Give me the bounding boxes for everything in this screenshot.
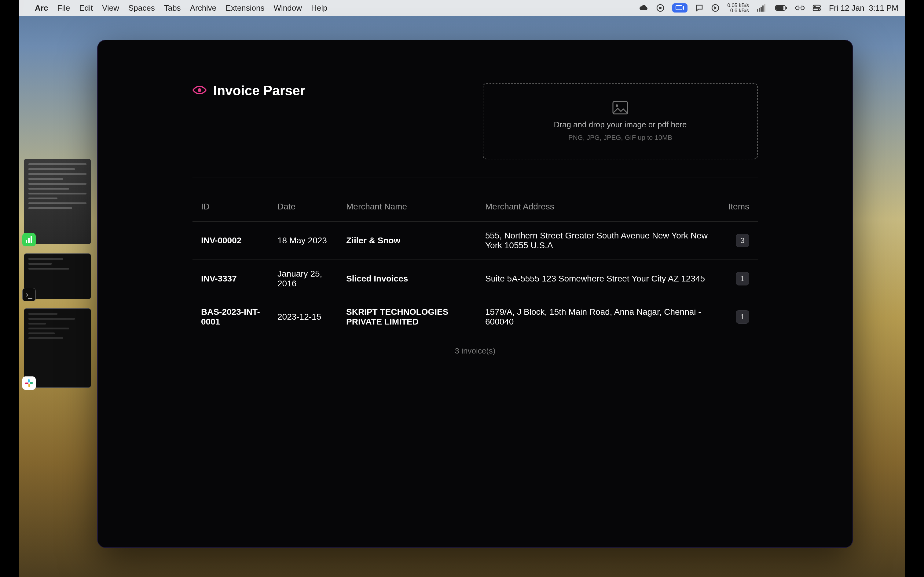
record-circle-icon[interactable] — [656, 4, 664, 12]
col-header-id: ID — [192, 196, 269, 222]
col-header-name: Merchant Name — [338, 196, 477, 222]
svg-rect-10 — [776, 6, 783, 10]
svg-rect-11 — [786, 7, 787, 9]
cloud-icon[interactable] — [639, 5, 648, 11]
svg-point-15 — [818, 9, 819, 10]
cell-name: Ziiler & Snow — [338, 222, 477, 260]
macos-menubar: Arc File Edit View Spaces Tabs Archive E… — [19, 0, 905, 16]
items-badge: 1 — [736, 272, 749, 285]
cell-id: INV-00002 — [192, 222, 269, 260]
cell-addr: 1579/A, J Block, 15th Main Road, Anna Na… — [477, 298, 720, 336]
svg-rect-6 — [761, 7, 762, 11]
cell-id: INV-3337 — [192, 260, 269, 298]
background-window-finder[interactable] — [24, 159, 91, 244]
browser-window: Invoice Parser Drag and drop your image … — [97, 40, 853, 548]
menu-archive[interactable]: Archive — [190, 3, 216, 13]
table-row[interactable]: BAS-2023-INT-0001 2023-12-15 SKRIPT TECH… — [192, 298, 758, 336]
col-header-items: Items — [720, 196, 758, 222]
letterbox-right — [905, 0, 924, 577]
svg-point-25 — [616, 105, 618, 107]
cell-items: 1 — [720, 298, 758, 336]
cell-items: 1 — [720, 260, 758, 298]
header-divider — [192, 177, 758, 177]
numbers-app-icon[interactable] — [22, 233, 36, 247]
control-center-icon[interactable] — [813, 5, 821, 11]
cell-name: Sliced Invoices — [338, 260, 477, 298]
items-badge: 3 — [736, 234, 749, 247]
image-placeholder-icon — [612, 101, 628, 116]
svg-rect-5 — [759, 8, 760, 11]
page-title: Invoice Parser — [213, 83, 305, 98]
cell-addr: 555, Northern Street Greater South Avenu… — [477, 222, 720, 260]
terminal-app-icon[interactable]: ›_ — [22, 288, 36, 301]
speech-bubble-icon[interactable] — [695, 4, 703, 12]
net-up-label: 0.05 kB/s — [727, 3, 749, 8]
svg-rect-2 — [676, 5, 682, 10]
network-stats[interactable]: 0.05 kB/s 0.6 kB/s — [727, 3, 749, 13]
desktop-window-stack: ›_ — [24, 159, 91, 397]
cell-date: 18 May 2023 — [269, 222, 338, 260]
svg-rect-4 — [757, 9, 758, 11]
app-brand: Invoice Parser — [192, 83, 305, 98]
svg-rect-8 — [764, 4, 766, 11]
svg-rect-18 — [31, 236, 32, 243]
svg-rect-19 — [28, 379, 30, 382]
letterbox-left — [0, 0, 19, 577]
net-down-label: 0.6 kB/s — [727, 8, 749, 13]
cell-date: January 25, 2016 — [269, 260, 338, 298]
table-header-row: ID Date Merchant Name Merchant Address I… — [192, 196, 758, 222]
svg-rect-21 — [28, 384, 30, 387]
battery-icon[interactable] — [775, 5, 787, 11]
menu-help[interactable]: Help — [311, 3, 327, 13]
items-badge: 1 — [736, 310, 749, 324]
link-icon[interactable] — [795, 5, 804, 11]
net-bars-icon[interactable] — [757, 4, 767, 11]
table-row[interactable]: INV-3337 January 25, 2016 Sliced Invoice… — [192, 260, 758, 298]
svg-point-13 — [814, 6, 816, 7]
col-header-date: Date — [269, 196, 338, 222]
svg-rect-16 — [26, 240, 27, 243]
dropzone-primary-text: Drag and drop your image or pdf here — [554, 120, 687, 129]
svg-point-1 — [659, 7, 662, 9]
svg-point-23 — [198, 88, 201, 92]
invoices-table: ID Date Merchant Name Merchant Address I… — [192, 196, 758, 336]
screen-recording-indicator[interactable] — [672, 3, 688, 13]
svg-rect-17 — [28, 238, 30, 243]
eye-logo-icon — [192, 85, 207, 96]
cell-date: 2023-12-15 — [269, 298, 338, 336]
menu-tabs[interactable]: Tabs — [164, 3, 181, 13]
menu-file[interactable]: File — [57, 3, 70, 13]
svg-rect-20 — [30, 382, 33, 384]
menu-extensions[interactable]: Extensions — [226, 3, 264, 13]
background-window-terminal-2[interactable] — [24, 308, 91, 388]
svg-rect-7 — [762, 5, 764, 11]
menubar-clock[interactable]: Fri 12 Jan 3:11 PM — [829, 3, 898, 13]
menu-edit[interactable]: Edit — [79, 3, 93, 13]
menu-view[interactable]: View — [102, 3, 119, 13]
svg-rect-22 — [25, 382, 28, 384]
table-row[interactable]: INV-00002 18 May 2023 Ziiler & Snow 555,… — [192, 222, 758, 260]
app-menu[interactable]: Arc — [35, 3, 48, 13]
slack-app-icon[interactable] — [22, 376, 36, 390]
cell-items: 3 — [720, 222, 758, 260]
cell-addr: Suite 5A-5555 123 Somewhere Street Your … — [477, 260, 720, 298]
menu-window[interactable]: Window — [274, 3, 302, 13]
background-window-terminal-1[interactable]: ›_ — [24, 253, 91, 299]
col-header-addr: Merchant Address — [477, 196, 720, 222]
invoice-count-footer: 3 invoice(s) — [192, 346, 758, 356]
svg-rect-24 — [613, 102, 628, 114]
menu-spaces[interactable]: Spaces — [128, 3, 155, 13]
dropzone-secondary-text: PNG, JPG, JPEG, GIF up to 10MB — [568, 134, 672, 142]
cell-id: BAS-2023-INT-0001 — [192, 298, 269, 336]
upload-dropzone[interactable]: Drag and drop your image or pdf here PNG… — [483, 83, 758, 160]
cell-name: SKRIPT TECHNOLOGIES PRIVATE LIMITED — [338, 298, 477, 336]
play-circle-icon[interactable] — [711, 4, 719, 12]
